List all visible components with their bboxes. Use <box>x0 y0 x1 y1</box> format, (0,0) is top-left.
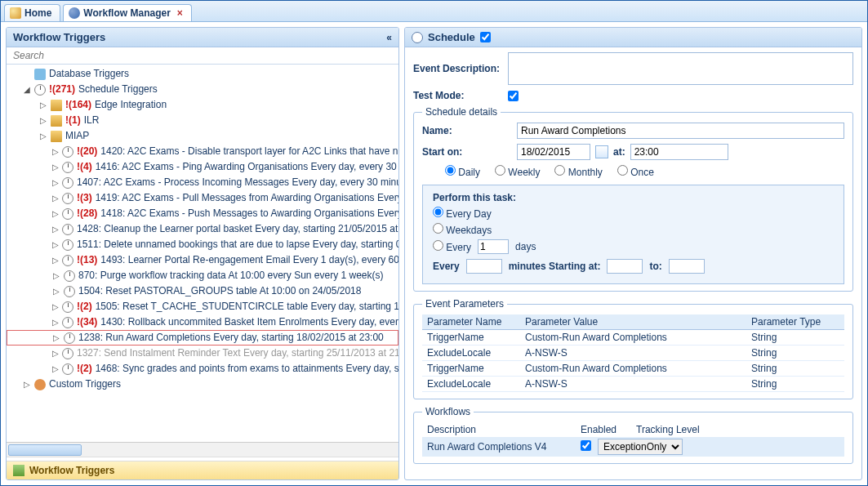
collapse-icon[interactable]: « <box>386 32 392 43</box>
panel-title: Schedule <box>428 31 475 43</box>
triggers-icon <box>13 465 24 476</box>
clock-icon <box>62 348 73 359</box>
clock-icon <box>62 317 73 328</box>
name-label: Name: <box>422 125 512 136</box>
table-row[interactable]: ExcludeLocaleA-NSW-SString <box>422 377 844 392</box>
trigger-item[interactable]: ▷!(4)1416: A2C Exams - Ping Awarding Org… <box>7 159 398 175</box>
workflows-group: Workflows Description Enabled Tracking L… <box>413 406 853 464</box>
event-desc-label: Event Description: <box>413 63 503 74</box>
trigger-item[interactable]: ▷!(3)1419: A2C Exams - Pull Messages fro… <box>7 190 398 206</box>
tracking-level-select[interactable]: ExceptionOnly <box>598 439 683 455</box>
clock-icon <box>64 332 75 344</box>
task-every-day[interactable]: Every Day <box>433 207 492 220</box>
close-icon[interactable]: × <box>177 7 183 19</box>
trigger-item[interactable]: ▷1407: A2C Exams - Process Incoming Mess… <box>7 175 398 190</box>
table-row[interactable]: TriggerNameCustom-Run Award CompletionsS… <box>422 330 844 346</box>
schedule-panel: Schedule Event Description: Test Mode: S… <box>404 27 862 480</box>
trigger-item[interactable]: ▷870: Purge workflow tracking data At 10… <box>7 268 398 283</box>
clock-icon <box>62 363 73 375</box>
table-row[interactable]: TriggerNameCustom-Run Award CompletionsS… <box>422 361 844 377</box>
folder-icon <box>51 115 62 127</box>
custom-icon <box>34 379 46 390</box>
horizontal-scrollbar[interactable] <box>7 442 398 457</box>
trigger-item[interactable]: ▷!(28)1418: A2C Exams - Push Messages to… <box>7 206 398 221</box>
freq-weekly[interactable]: Weekly <box>495 165 540 178</box>
trigger-item[interactable]: ▷1327: Send Instalment Reminder Text Eve… <box>7 346 398 361</box>
clock-icon <box>64 270 75 282</box>
table-row[interactable]: ExcludeLocaleA-NSW-SString <box>422 346 844 361</box>
tab-home[interactable]: Home <box>4 4 60 21</box>
clock-icon <box>62 301 73 313</box>
parameters-table: Parameter Name Parameter Value Parameter… <box>422 314 844 392</box>
clock-icon <box>62 146 73 158</box>
trigger-item[interactable]: ▷!(13)1493: Learner Portal Re-engagement… <box>7 252 398 268</box>
every-n-input[interactable] <box>478 239 509 254</box>
clock-icon <box>34 84 46 96</box>
category-footer[interactable]: Workflow Triggers <box>7 461 398 479</box>
clock-icon <box>62 193 73 204</box>
starting-at-input[interactable] <box>607 259 643 274</box>
trigger-item[interactable]: ▷!(34)1430: Rollback uncommited Basket I… <box>7 314 398 330</box>
tree-node-ilr[interactable]: ▷ !(1) ILR <box>7 113 398 128</box>
clock-icon <box>62 239 73 251</box>
clock-icon <box>62 162 73 173</box>
freq-daily[interactable]: Daily <box>445 165 480 178</box>
panel-title: Workflow Triggers <box>13 31 105 43</box>
folder-icon <box>51 131 62 142</box>
workflow-row[interactable]: Run Award Completions V4 ExceptionOnly <box>422 437 844 457</box>
clock-icon <box>64 286 75 297</box>
event-desc-input[interactable] <box>508 52 853 85</box>
tree-node-schedule-triggers[interactable]: ◢ !(271) Schedule Triggers <box>7 82 398 97</box>
schedule-details-group: Schedule details Name: Start on: at: Dai… <box>413 106 853 292</box>
search-input[interactable] <box>7 47 398 65</box>
tab-bar: Home Workflow Manager × <box>1 1 867 22</box>
clock-icon <box>62 255 73 266</box>
every-minutes-input[interactable] <box>466 259 502 274</box>
tree-node-db-triggers[interactable]: Database Triggers <box>7 66 398 82</box>
clock-icon <box>62 177 73 189</box>
task-every-n[interactable]: Every <box>433 240 471 253</box>
trigger-item[interactable]: ▷1238: Run Award Completions Every day, … <box>7 330 398 346</box>
trigger-item[interactable]: ▷!(20)1420: A2C Exams - Disable transpor… <box>7 144 398 159</box>
start-on-input[interactable] <box>517 144 590 160</box>
trigger-item[interactable]: ▷1428: Cleanup the Learner portal basket… <box>7 221 398 237</box>
name-input[interactable] <box>517 123 844 139</box>
tab-home-label: Home <box>24 7 51 19</box>
trigger-item[interactable]: ▷!(2)1505: Reset T_CACHE_STUDENTCIRCLE t… <box>7 299 398 314</box>
tree-node-custom-triggers[interactable]: ▷ Custom Triggers <box>7 377 398 392</box>
home-icon <box>10 7 21 19</box>
tree-node-miap[interactable]: ▷ MIAP <box>7 128 398 144</box>
workflow-triggers-panel: Workflow Triggers « Database Triggers ◢ … <box>6 27 399 480</box>
test-mode-checkbox[interactable] <box>508 91 519 101</box>
tab-workflow-manager[interactable]: Workflow Manager × <box>63 4 191 21</box>
trigger-item[interactable]: ▷1504: Reset PASTORAL_GROUPS table At 10… <box>7 283 398 299</box>
tab-wm-label: Workflow Manager <box>83 7 170 19</box>
at-time-input[interactable] <box>630 144 728 160</box>
workflow-enabled-checkbox[interactable] <box>581 440 591 451</box>
calendar-icon[interactable] <box>595 145 608 158</box>
event-parameters-group: Event Parameters Parameter Name Paramete… <box>413 298 853 399</box>
task-weekdays[interactable]: Weekdays <box>433 223 492 236</box>
database-icon <box>34 69 46 80</box>
clock-icon <box>62 208 73 220</box>
tree-node-edge[interactable]: ▷ !(164) Edge Integration <box>7 97 398 113</box>
to-input[interactable] <box>669 259 705 274</box>
perform-task-box: Perform this task: Every Day Weekdays Ev… <box>422 185 844 284</box>
trigger-item[interactable]: ▷1511: Delete unnamed bookings that are … <box>7 237 398 252</box>
clock-icon <box>62 224 73 235</box>
folder-icon <box>51 100 62 111</box>
clock-icon <box>412 32 423 43</box>
freq-once[interactable]: Once <box>617 165 654 178</box>
trigger-item[interactable]: ▷!(2)1468: Sync grades and points from e… <box>7 361 398 377</box>
schedule-enabled-checkbox[interactable] <box>480 32 491 42</box>
start-on-label: Start on: <box>422 146 512 158</box>
test-mode-label: Test Mode: <box>413 90 503 101</box>
workflow-icon <box>69 7 80 19</box>
freq-monthly[interactable]: Monthly <box>554 165 602 178</box>
trigger-tree[interactable]: Database Triggers ◢ !(271) Schedule Trig… <box>7 65 398 442</box>
